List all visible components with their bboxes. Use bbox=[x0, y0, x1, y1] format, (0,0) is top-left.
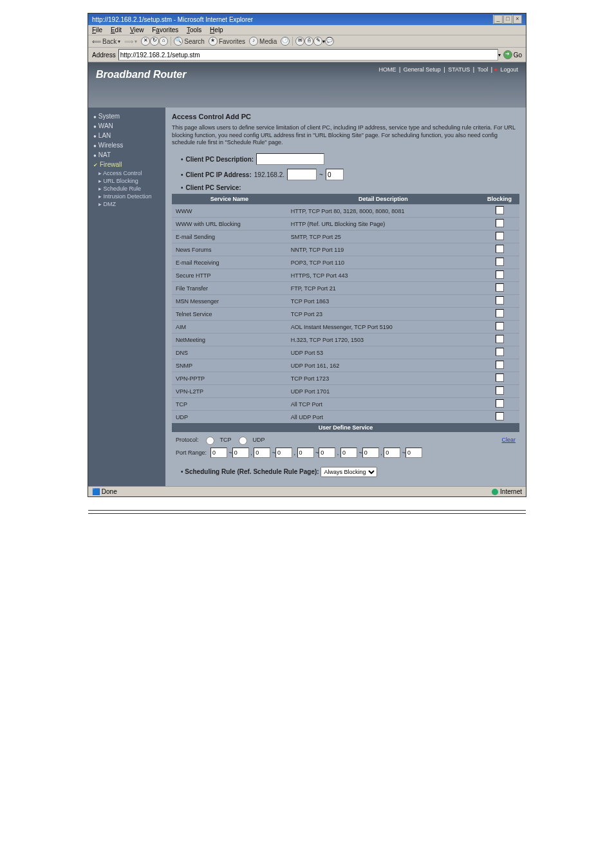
hdr-link-status[interactable]: STATUS bbox=[448, 66, 470, 73]
port-from-input[interactable] bbox=[297, 448, 314, 458]
table-row: AIMAOL Instant Messenger, TCP Port 5190 bbox=[172, 321, 519, 334]
col-blocking: Blocking bbox=[479, 194, 519, 205]
table-row: VPN-PPTPTCP Port 1723 bbox=[172, 372, 519, 385]
menu-edit[interactable]: Edit bbox=[111, 26, 122, 33]
blocking-checkbox[interactable] bbox=[496, 386, 504, 395]
page-title: Access Control Add PC bbox=[172, 113, 519, 120]
blocking-checkbox[interactable] bbox=[496, 219, 504, 227]
sidebar-sub-intrusion-detection[interactable]: ▸ Intrusion Detection bbox=[88, 193, 165, 200]
favorites-button[interactable]: ★Favorites bbox=[209, 37, 245, 46]
address-bar: Address ▾ ➜Go bbox=[88, 48, 526, 62]
blocking-checkbox[interactable] bbox=[496, 335, 504, 343]
hdr-link-logout[interactable]: Logout bbox=[500, 66, 518, 73]
desc-label: Client PC Description: bbox=[186, 156, 254, 163]
blocking-checkbox[interactable] bbox=[496, 206, 504, 214]
minimize-button[interactable]: _ bbox=[494, 15, 503, 24]
ie-toolbar: ⟸ Back ▾ ⟹ ▾ ✕ ↻ ⌂ 🔍Search ★Favorites ♪M… bbox=[88, 35, 526, 48]
port-from-input[interactable] bbox=[210, 448, 227, 458]
blocking-checkbox[interactable] bbox=[496, 232, 504, 240]
service-name: AIM bbox=[172, 321, 287, 334]
service-detail: UDP Port 161, 162 bbox=[287, 359, 479, 372]
service-name: File Transfer bbox=[172, 282, 287, 295]
blocking-checkbox[interactable] bbox=[496, 270, 504, 279]
port-to-input[interactable] bbox=[275, 448, 292, 458]
port-range-label: Port Range: bbox=[176, 449, 207, 456]
clear-link[interactable]: Clear bbox=[501, 437, 516, 443]
blocking-checkbox[interactable] bbox=[496, 245, 504, 253]
blocking-checkbox[interactable] bbox=[496, 309, 504, 317]
blocking-checkbox[interactable] bbox=[496, 348, 504, 356]
close-button[interactable]: × bbox=[513, 15, 522, 24]
service-name: E-mail Receiving bbox=[172, 256, 287, 269]
menubar: File Edit View Favorites Tools Help bbox=[88, 25, 526, 35]
hdr-link-general[interactable]: General Setup bbox=[404, 66, 441, 73]
menu-view[interactable]: View bbox=[130, 26, 144, 33]
hdr-link-tool[interactable]: Tool bbox=[478, 66, 488, 73]
client-description-input[interactable] bbox=[256, 153, 324, 165]
sidebar-item-firewall[interactable]: ✔Firewall bbox=[88, 160, 165, 169]
discuss-icon[interactable]: 💬 bbox=[325, 37, 334, 46]
page-header: Broadband Router HOME | General Setup | … bbox=[88, 62, 526, 108]
ip-from-input[interactable] bbox=[287, 169, 317, 180]
service-name: MSN Messenger bbox=[172, 295, 287, 308]
sidebar-sub-url-blocking[interactable]: ▸ URL Blocking bbox=[88, 177, 165, 185]
blocking-checkbox[interactable] bbox=[496, 258, 504, 266]
port-to-input[interactable] bbox=[362, 448, 379, 458]
sidebar-item-nat[interactable]: ●NAT bbox=[88, 150, 165, 160]
port-from-input[interactable] bbox=[254, 448, 270, 458]
globe-icon bbox=[492, 489, 498, 495]
print-icon[interactable]: ⎙ bbox=[304, 37, 313, 46]
table-row: News ForumsNNTP, TCP Port 119 bbox=[172, 243, 519, 256]
protocol-tcp-radio[interactable] bbox=[206, 437, 214, 445]
address-dropdown-icon[interactable]: ▾ bbox=[498, 52, 501, 58]
edit-icon[interactable]: ✎ bbox=[313, 37, 322, 46]
back-button[interactable]: ⟸ Back ▾ bbox=[92, 38, 120, 45]
sidebar-item-system[interactable]: ●System bbox=[88, 111, 165, 121]
blocking-checkbox[interactable] bbox=[496, 412, 504, 420]
port-to-input[interactable] bbox=[319, 448, 335, 458]
service-detail: H.323, TCP Port 1720, 1503 bbox=[287, 334, 479, 346]
port-from-input[interactable] bbox=[340, 448, 357, 458]
sidebar-item-wan[interactable]: ●WAN bbox=[88, 121, 165, 131]
history-icon[interactable]: 🕑 bbox=[281, 37, 290, 46]
stop-icon[interactable]: ✕ bbox=[141, 37, 150, 46]
maximize-button[interactable]: □ bbox=[503, 15, 512, 24]
schedule-select[interactable]: Always Blocking bbox=[321, 467, 377, 477]
status-done: Done bbox=[102, 488, 117, 495]
ip-to-input[interactable] bbox=[326, 169, 344, 180]
menu-favorites[interactable]: Favorites bbox=[152, 26, 178, 33]
sidebar-item-wireless[interactable]: ●Wireless bbox=[88, 140, 165, 150]
address-input[interactable] bbox=[118, 49, 498, 61]
user-define-service-header: User Define Service bbox=[172, 423, 519, 432]
sidebar-sub-schedule-rule[interactable]: ▸ Schedule Rule bbox=[88, 185, 165, 193]
blocking-checkbox[interactable] bbox=[496, 296, 504, 305]
forward-button[interactable]: ⟹ ▾ bbox=[124, 38, 137, 45]
menu-file[interactable]: File bbox=[92, 26, 102, 33]
sidebar-sub-dmz[interactable]: ▸ DMZ bbox=[88, 200, 165, 208]
service-name: E-mail Sending bbox=[172, 231, 287, 243]
media-button[interactable]: ♪Media bbox=[249, 37, 277, 46]
port-to-input[interactable] bbox=[405, 448, 422, 458]
mail-icon[interactable]: ✉ bbox=[295, 37, 304, 46]
status-zone: Internet bbox=[500, 488, 522, 495]
menu-tools[interactable]: Tools bbox=[187, 26, 201, 33]
sidebar-sub-access-control[interactable]: ▸ Access Control bbox=[88, 169, 165, 177]
sidebar-item-lan[interactable]: ●LAN bbox=[88, 131, 165, 140]
service-detail: All TCP Port bbox=[287, 398, 479, 411]
hdr-link-home[interactable]: HOME bbox=[378, 66, 396, 73]
go-button[interactable]: ➜Go bbox=[503, 50, 522, 59]
search-button[interactable]: 🔍Search bbox=[174, 37, 205, 46]
port-from-input[interactable] bbox=[384, 448, 400, 458]
blocking-checkbox[interactable] bbox=[496, 283, 504, 292]
menu-help[interactable]: Help bbox=[210, 26, 223, 33]
service-detail: HTTP, TCP Port 80, 3128, 8000, 8080, 808… bbox=[287, 205, 479, 218]
refresh-icon[interactable]: ↻ bbox=[150, 37, 159, 46]
window-title: http://192.168.2.1/setup.stm - Microsoft… bbox=[92, 16, 253, 23]
port-to-input[interactable] bbox=[232, 448, 249, 458]
home-icon[interactable]: ⌂ bbox=[159, 37, 168, 46]
blocking-checkbox[interactable] bbox=[496, 322, 504, 330]
blocking-checkbox[interactable] bbox=[496, 399, 504, 408]
protocol-udp-radio[interactable] bbox=[239, 437, 247, 445]
blocking-checkbox[interactable] bbox=[496, 361, 504, 369]
blocking-checkbox[interactable] bbox=[496, 373, 504, 382]
